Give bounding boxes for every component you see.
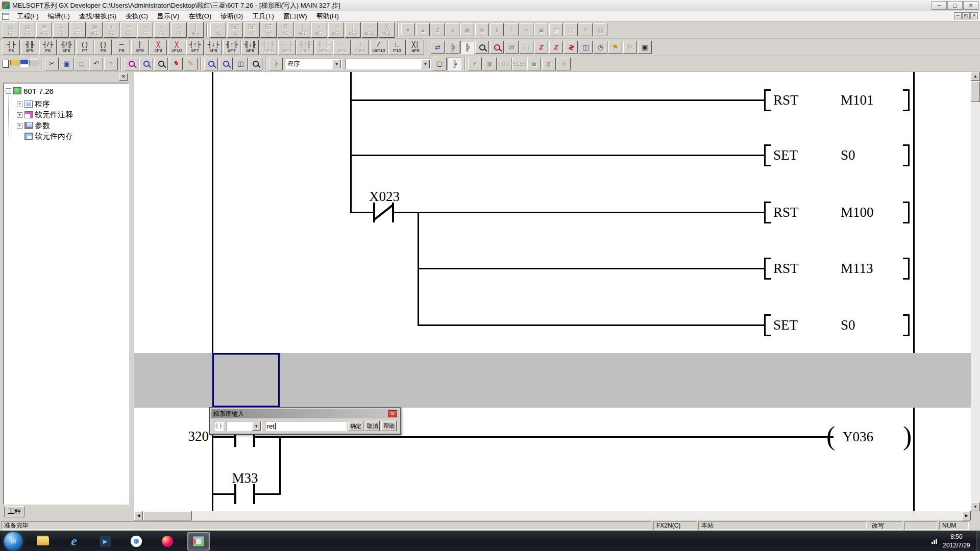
undo-icon[interactable]: ↶ (89, 58, 103, 70)
instruction-input[interactable]: ret (265, 421, 347, 431)
find-step-icon[interactable]: ▼ (401, 23, 415, 36)
ladder-cursor-cell[interactable] (212, 353, 280, 407)
mdi-close-button[interactable]: ✕ (970, 12, 978, 19)
chevron-down-icon[interactable]: ▼ (252, 422, 261, 431)
rising-pulse-button[interactable]: ┤↑├ sF7 (186, 40, 204, 55)
sfc-route1-button[interactable]: ⌐ aF7 (311, 22, 327, 38)
open-contact-button[interactable]: ┤├ F5 (3, 40, 20, 55)
sfc-sel-conv-button[interactable]: ⌐ F7 (137, 22, 153, 38)
filter-icon[interactable]: Y (579, 23, 593, 36)
window-split-icon[interactable]: ▣ (638, 41, 652, 54)
sfc-delete-button[interactable]: ╳ cF9 (379, 22, 395, 38)
tile-window-icon[interactable]: ◫ (234, 58, 248, 70)
collapse-icon[interactable]: − (6, 88, 11, 94)
mdi-document-icon[interactable] (2, 13, 9, 20)
redo-icon[interactable]: ↷ (104, 58, 118, 70)
sfc-par-conv-button[interactable]: ⇀ F9 (171, 22, 187, 38)
sfc-route3-button[interactable]: │ aF9 (345, 22, 361, 38)
sfc-vline-button[interactable]: │ aF5 (295, 22, 310, 38)
expand-icon[interactable]: + (17, 102, 22, 107)
close-icon[interactable]: ✕ (119, 73, 128, 81)
show-desktop-button[interactable] (976, 531, 980, 551)
monitor-registration-icon[interactable]: ◷ (594, 41, 607, 54)
sfc-line-button[interactable]: │ sF9 (188, 22, 204, 38)
edit-mode-icon[interactable]: ╠ (460, 41, 474, 54)
close-button[interactable]: ✕ (963, 1, 978, 10)
ladder-view-icon[interactable]: ▢ (433, 58, 447, 70)
menu-item[interactable]: 编辑(E) (43, 12, 75, 20)
sfc-r-button[interactable]: R c5 (278, 22, 293, 38)
sfc-route2-button[interactable]: ¬ aF8 (328, 22, 344, 38)
menu-item[interactable]: 变换(C) (121, 12, 153, 20)
menu-item[interactable]: 工具(T) (248, 12, 279, 20)
project-tree[interactable]: − 60T 7.26 + 程序 + 软元件注释 + 参数 (3, 83, 129, 505)
step-run-icon[interactable]: ▼ (468, 58, 482, 70)
tree-item-program[interactable]: + 程序 (17, 99, 50, 109)
scrollbar-thumb[interactable] (971, 82, 980, 102)
taskbar-explorer-icon[interactable] (32, 532, 54, 550)
taskbar-ie-icon[interactable]: e (63, 532, 85, 550)
find-replace-icon[interactable] (490, 41, 504, 54)
sfc-dummy-button[interactable]: ⊠ sF5 (87, 22, 103, 38)
tree-root[interactable]: − 60T 7.26 (6, 86, 54, 96)
close-contact-button[interactable]: ┤/├ F6 (39, 40, 57, 55)
cascade-icon[interactable]: ▣ (483, 58, 497, 70)
tree-item-parameter[interactable]: + 参数 (17, 120, 50, 131)
taskbar-media-icon[interactable] (156, 532, 179, 550)
project-tab[interactable]: 工程 (4, 506, 24, 517)
tree-item-device-comment[interactable]: + 软元件注释 (17, 110, 73, 120)
vertical-line-button[interactable]: │ sF9 (131, 40, 149, 55)
falling-pulse-close-button[interactable]: ┤↓├ saF6 (278, 40, 296, 55)
ok-button[interactable]: 确定 (348, 421, 363, 431)
mdi-restore-button[interactable]: ◱ (962, 12, 970, 19)
menu-item[interactable]: 工程(F) (12, 12, 43, 20)
help-button[interactable]: 帮助 (381, 421, 397, 431)
find-block-icon[interactable]: ▲ (416, 23, 430, 36)
horizontal-line-button[interactable]: ─ F9 (113, 40, 130, 55)
project-tree-toggle-icon[interactable]: ╠ (269, 58, 283, 70)
block-info-icon[interactable]: ▤ (475, 23, 489, 36)
sfc-series-button[interactable]: ≣ sF6 (36, 22, 52, 38)
falling-branch-close-button[interactable]: ╢↓╟ saF8 (315, 40, 332, 55)
sfc-comment-button[interactable]: ▫ c1 (210, 22, 226, 38)
menu-item[interactable]: 在线(O) (184, 12, 216, 20)
option-icon[interactable]: ▥ (594, 23, 607, 36)
scroll-left-icon[interactable]: ◀ (134, 511, 143, 520)
menu-item[interactable]: 帮助(H) (312, 12, 344, 20)
horizontal-scrollbar[interactable]: ◀ ▶ (134, 511, 971, 520)
delete-hline-button[interactable]: ╳ cF9 (150, 40, 167, 55)
sfc-route4-button[interactable]: ▫ aF10 (362, 22, 378, 38)
menu-item[interactable]: 诊断(D) (216, 12, 248, 20)
taskbar-player-icon[interactable]: ▶ (94, 532, 116, 550)
print-icon[interactable] (29, 60, 38, 65)
rising-pulse-close-button[interactable]: ┤↑├ saF5 (260, 40, 277, 55)
rising-pulse-branch-button[interactable]: ╢↑╟ aF7 (223, 40, 240, 55)
sfc-st-button[interactable]: ST c4 (261, 22, 277, 38)
find-device-icon[interactable] (139, 58, 153, 70)
save-project-icon[interactable] (20, 60, 28, 67)
zoom-ratio-icon[interactable] (249, 58, 262, 70)
close-icon[interactable]: ✕ (388, 410, 397, 417)
scroll-up-icon[interactable]: ▲ (971, 72, 980, 81)
project-data-list-icon[interactable]: ╠ (446, 41, 459, 54)
program-type-combo[interactable]: 程序 ▼ (285, 59, 342, 69)
contrast-icon[interactable]: ◼ (527, 58, 541, 70)
falling-pulse-button[interactable]: ┤↓├ sF8 (205, 40, 222, 55)
cut-icon[interactable]: ✂ (45, 58, 59, 70)
copy-icon[interactable]: ▣ (60, 58, 74, 70)
find-instruction-icon[interactable] (154, 58, 168, 70)
list-icon[interactable]: ≡ (446, 23, 459, 36)
rising-branch-close-button[interactable]: ╢↑╟ saF7 (297, 40, 314, 55)
coil-button[interactable]: ( ) F7 (76, 40, 93, 55)
open-branch-button[interactable]: ╢╟ sF5 (21, 40, 38, 55)
note-icon[interactable]: ⚐ (623, 41, 637, 54)
write-mode-icon[interactable]: ✎ (169, 58, 183, 70)
sfc-step-button[interactable]: ▭ F5 (3, 22, 18, 38)
invert-result-rise-button[interactable]: ↑ aF5 (333, 40, 351, 55)
symbol-type-button[interactable]: ┤├ (214, 421, 224, 431)
verify-icon[interactable]: ▣ (534, 23, 548, 36)
convert-run-icon[interactable]: Z (549, 41, 563, 54)
convert-block-icon[interactable]: ≷ (564, 41, 578, 54)
menu-item[interactable]: 显示(V) (153, 12, 184, 20)
sort-icon[interactable]: ⇵ (431, 23, 445, 36)
